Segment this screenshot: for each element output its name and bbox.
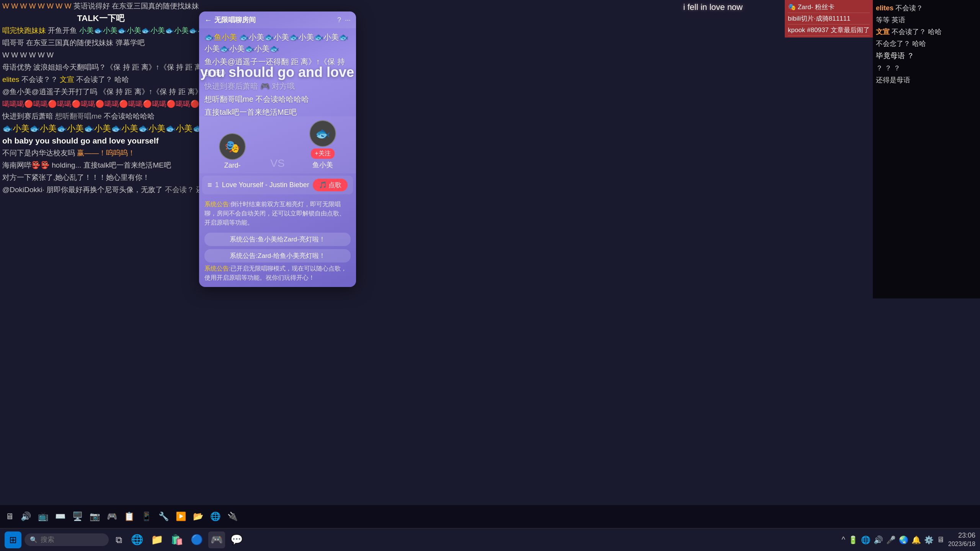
overlay-text: oh baby you should go and love yourself	[199, 64, 356, 80]
taskbar-app-explorer[interactable]: 📁	[149, 531, 165, 548]
taskbar-app-chrome[interactable]: 🔵	[188, 531, 205, 548]
taskbar-volume-icon[interactable]: 🔊	[874, 535, 883, 544]
bg-line-12: 不问下是内华达校友吗 赢——！呜呜呜！	[0, 147, 199, 159]
user1-container: 🎭 Zard-	[219, 133, 246, 170]
music-icon: ≡	[207, 181, 212, 189]
popup-msg-3: 快进到赛后萧暗 🎮 对方哦	[204, 80, 351, 92]
system-bubble-2: 系统公告:Zard-给鱼小美亮灯啦！	[204, 249, 351, 262]
bg-line-11: oh baby you should go and love yourself	[0, 135, 199, 147]
fell-in-love-text: i fell in love now	[683, 2, 743, 12]
bottom-icon-11[interactable]: ▶️	[173, 510, 188, 523]
popup-header-right: ? ···	[337, 16, 351, 24]
popup-msg-1: 🐟鱼小美 🐟小美🐟小美🐟小美🐟小美🐟小美🐟小美🐟小美🐟	[204, 31, 351, 54]
bottom-icon-1[interactable]: 🖥	[3, 510, 16, 523]
user1-name: Zard-	[224, 161, 241, 170]
search-icon: 🔍	[30, 536, 38, 543]
bg-line-4: W W W W W W	[0, 49, 199, 61]
bottom-icon-8[interactable]: 📋	[122, 510, 137, 523]
bg-line-5: 母语优势 波浪姐姐今天翻唱吗？《保 持 距 离》↑《保 持 距 离》↑	[0, 61, 199, 73]
taskbar-app-store[interactable]: 🛍️	[168, 531, 185, 548]
right-panel: elites 不会读？ 等等 英语 文宣 不会读了？ 哈哈 不会念了？ 哈哈 毕…	[873, 0, 980, 298]
system-bubble-1-wrapper: 系统公告:鱼小美给Zard-亮灯啦！	[204, 231, 351, 248]
order-song-button[interactable]: 🎵 点歌	[313, 179, 348, 191]
more-icon[interactable]: ···	[345, 16, 351, 24]
screen-icon: 🖥️	[72, 512, 83, 522]
system-msg-1: 系统公告:倒计时结束前双方互相亮灯，即可无限唱聊，房间不会自动关闭，还可以立即解…	[204, 200, 351, 227]
bottom-icon-5[interactable]: 🖥️	[70, 510, 85, 523]
taskbar-system-icons: ^ 🔋 🌐 🔊 🎤 🌏 🔔 ⚙️ 🖥	[841, 535, 944, 544]
rp-msg-6: ？ ？ ？	[876, 63, 977, 73]
taskbar-search-bar[interactable]: 🔍	[24, 533, 109, 546]
bottom-icon-4[interactable]: ⌨️	[53, 510, 68, 523]
user2-container: 🐟 +关注 鱼小美	[309, 120, 336, 170]
taskbar-translate-icon: 🌏	[899, 535, 908, 544]
order-song-icon: 🎵	[319, 181, 327, 189]
popup-chat-area: 🐟鱼小美 🐟小美🐟小美🐟小美🐟小美🐟小美🐟小美🐟小美🐟 鱼小美@逍遥子一还得翻 …	[199, 28, 356, 116]
camera-icon: 📷	[90, 512, 100, 522]
taskbar-notification-icon[interactable]: 🔔	[911, 535, 921, 544]
taskbar-mic-tb-icon[interactable]: 🎤	[886, 535, 896, 544]
song-number: 1	[215, 181, 219, 189]
volume-icon: 🔊	[21, 512, 31, 522]
bottom-icons-bar: 🖥 🔊 📺 ⌨️ 🖥️ 📷 🎮 📋 📱 🔧 ▶️ 📂 🌐 🔌	[0, 505, 980, 528]
user-match-area: 🎭 Zard- VS 🐟 +关注 鱼小美	[199, 116, 356, 173]
song-title: Love Yourself - Justin Bieber	[222, 181, 309, 189]
bg-line-15: @DokiDokki· 朋即你最好再换个尼哥头像，无敌了 不会读？ 还得是母语	[0, 184, 199, 196]
popup-msg-5: 直接talk吧一首来绝活ME吧	[204, 106, 351, 116]
taskbar-task-view[interactable]: ⧉	[112, 533, 126, 547]
bg-line-8: 噶噶噶🔴噶噶🔴噶噶🔴噶噶🔴噶噶🔴噶噶🔴噶噶🔴噶噶🔴噶噶🔴	[0, 98, 199, 110]
taskbar-right: ^ 🔋 🌐 🔊 🎤 🌏 🔔 ⚙️ 🖥 23:06 2023/6/18	[841, 531, 975, 548]
popup-header: ← 无限唱聊房间 ? ···	[199, 11, 356, 28]
user1-avatar: 🎭	[219, 133, 246, 160]
folder-icon: 📂	[193, 512, 203, 522]
settings-icon: 🔧	[158, 512, 169, 522]
phone-icon: 📱	[141, 512, 152, 522]
bg-line-14: 对方一下紧张了,她心乱了！！！她心里有你！	[0, 171, 199, 184]
rp-msg-4: 不会念了？ 哈哈	[876, 39, 977, 49]
bg-line-talk: TALK一下吧	[0, 12, 199, 24]
taskbar-desktop-icon[interactable]: 🖥	[937, 535, 944, 544]
rp-msg-5: 毕竟母语 ？	[876, 51, 977, 62]
taskbar-settings-tb-icon[interactable]: ⚙️	[924, 535, 934, 544]
taskbar-search-input[interactable]	[41, 536, 102, 544]
bottom-icon-13[interactable]: 🌐	[208, 510, 223, 523]
start-button[interactable]: ⊞	[5, 531, 21, 548]
popup-header-left: ← 无限唱聊房间	[204, 15, 256, 24]
song-bar-left: ≡ 1 Love Yourself - Justin Bieber	[207, 181, 309, 189]
bg-line-3: 唱哥哥 在东亚三国真的随便找妹妹 弹幕学吧	[0, 37, 199, 49]
bg-line-9: 快进到赛后萧暗 想听翻哥唱me 不会读哈哈哈哈	[0, 110, 199, 122]
bg-line-1: W W W W W W W W 英语说得好 在东亚三国真的随便找妹妹 弹幕酒吧下…	[0, 0, 199, 12]
bottom-icon-6[interactable]: 📷	[87, 510, 102, 523]
follow-button[interactable]: +关注	[311, 148, 334, 159]
bottom-icon-3[interactable]: 📺	[36, 510, 51, 523]
bottom-icon-2[interactable]: 🔊	[18, 510, 33, 523]
taskbar-app-game[interactable]: 🎮	[208, 531, 225, 548]
taskbar-app-qq[interactable]: 💬	[228, 531, 245, 548]
time-display: 23:06	[948, 531, 975, 540]
back-icon[interactable]: ←	[204, 16, 212, 24]
question-icon[interactable]: ?	[337, 16, 341, 24]
taskbar-network-icon: 🌐	[861, 535, 871, 544]
user-cards-panel: 🎭 Zard- 粉丝卡 bibili切片·成骑811111 kpook #809…	[785, 0, 873, 37]
bottom-icon-12[interactable]: 📂	[191, 510, 206, 523]
monitor-icon: 🖥	[5, 512, 14, 522]
bottom-icon-9[interactable]: 📱	[139, 510, 154, 523]
system-bubble-1: 系统公告:鱼小美给Zard-亮灯啦！	[204, 233, 351, 246]
bg-line-10: 🐟小美🐟小美🐟小美🐟小美🐟小美🐟小美🐟小美🐟小美🐟小美🐟小美🐟小美🐟小美🐟小美🐟…	[0, 122, 199, 135]
system-bubble-2-wrapper: 系统公告:Zard-给鱼小美亮灯啦！	[204, 248, 351, 264]
rp-msg-3: 文宣 不会读了？ 哈哈	[876, 27, 977, 37]
bg-line-7: @鱼小美@逍遥子关开打了吗 《保 持 距 离》↑《保 持 距 离》↑	[0, 86, 199, 98]
user-card-bili: bibili切片·成骑811111	[788, 13, 870, 24]
play-icon: ▶️	[176, 512, 186, 522]
taskbar-hide-icon[interactable]: ^	[841, 535, 845, 544]
vs-divider: VS	[270, 157, 284, 170]
system-msg-2: 系统公告:已开启无限唱聊模式，现在可以随心点歌，使用开启原唱等功能。祝你们玩得开…	[204, 264, 351, 282]
bottom-icon-7[interactable]: 🎮	[105, 510, 119, 523]
clipboard-icon: 📋	[124, 512, 134, 522]
taskbar-app-edge[interactable]: 🌐	[129, 531, 145, 548]
bottom-icon-14[interactable]: 🔌	[225, 510, 240, 523]
background-chat: W W W W W W W W 英语说得好 在东亚三国真的随便找妹妹 弹幕酒吧下…	[0, 0, 199, 298]
power-icon: 🔌	[227, 512, 238, 522]
taskbar-time: 23:06 2023/6/18	[948, 531, 975, 548]
bottom-icon-10[interactable]: 🔧	[156, 510, 171, 523]
